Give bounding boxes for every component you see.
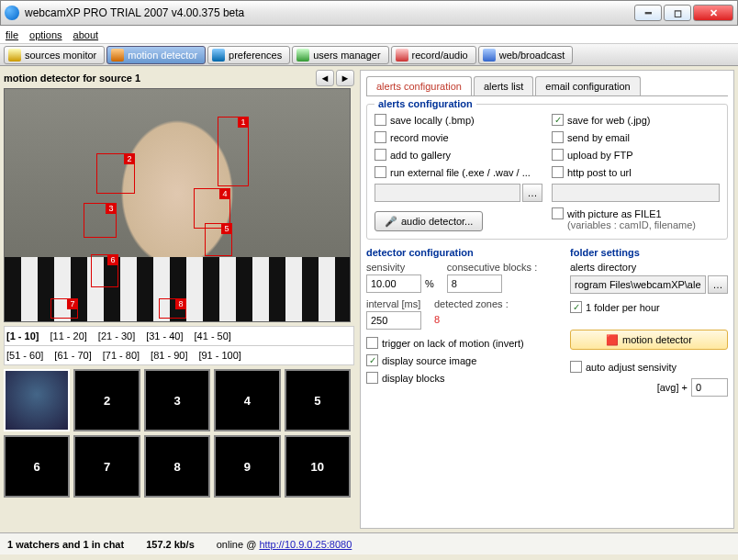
source-thumbnails: 2 3 4 5 6 7 8 9 10 bbox=[4, 369, 351, 498]
detection-rect-3: 3 bbox=[84, 203, 117, 238]
range-21-30[interactable]: [21 - 30] bbox=[98, 330, 135, 342]
chk-send-email[interactable] bbox=[552, 131, 564, 143]
chk-upload-ftp[interactable] bbox=[552, 149, 564, 161]
thumb-5[interactable]: 5 bbox=[285, 369, 351, 431]
chk-run-external[interactable] bbox=[375, 166, 386, 178]
bandwidth-status: 157.2 kb/s bbox=[146, 539, 195, 550]
range-1-10[interactable]: [1 - 10] bbox=[6, 330, 39, 342]
alerts-configuration-group: alerts configuration save locally (.bmp)… bbox=[366, 104, 728, 240]
alerts-directory-input[interactable] bbox=[570, 275, 706, 294]
source-range-row-1: [1 - 10] [11 - 20] [21 - 30] [31 - 40] [… bbox=[4, 326, 354, 346]
thumb-7[interactable]: 7 bbox=[73, 435, 140, 498]
menu-options[interactable]: options bbox=[29, 29, 62, 40]
tab-record-audio[interactable]: record/audio bbox=[391, 46, 476, 64]
tab-motion-detector[interactable]: motion detector bbox=[106, 46, 206, 64]
range-31-40[interactable]: [31 - 40] bbox=[146, 330, 183, 342]
chk-trigger-invert[interactable] bbox=[366, 337, 378, 349]
globe-icon bbox=[483, 49, 496, 62]
statusbar: 1 watchers and 1 in chat 157.2 kb/s onli… bbox=[0, 532, 738, 554]
chk-with-picture[interactable] bbox=[552, 207, 564, 219]
chk-save-locally[interactable] bbox=[375, 114, 386, 126]
video-preview[interactable]: 12345678 bbox=[4, 88, 351, 322]
browse-directory-button[interactable]: … bbox=[708, 275, 728, 294]
range-41-50[interactable]: [41 - 50] bbox=[195, 330, 231, 342]
tab-email-configuration[interactable]: email configuration bbox=[535, 76, 640, 95]
chk-http-post[interactable] bbox=[552, 166, 564, 178]
watchers-status: 1 watchers and 1 in chat bbox=[7, 539, 124, 550]
titlebar: webcamXP PRO TRIAL 2007 v4.00.375 beta ━… bbox=[0, 0, 738, 26]
monitor-icon bbox=[8, 49, 21, 62]
detection-rect-8: 8 bbox=[159, 298, 186, 319]
chk-folder-per-hour[interactable]: ✓ bbox=[570, 301, 582, 313]
next-source-button[interactable]: ► bbox=[336, 70, 354, 86]
motion-icon bbox=[111, 49, 124, 62]
maximize-button[interactable]: ◻ bbox=[664, 5, 691, 21]
external-file-input[interactable] bbox=[375, 184, 520, 202]
menubar: file options about bbox=[0, 26, 738, 44]
consecutive-blocks-input[interactable] bbox=[447, 274, 502, 293]
avg-offset-input[interactable] bbox=[691, 378, 728, 397]
chk-display-blocks[interactable] bbox=[366, 372, 378, 384]
config-tabs: alerts configuration alerts list email c… bbox=[366, 76, 728, 96]
toolbar: sources monitor motion detector preferen… bbox=[0, 44, 738, 66]
online-link[interactable]: http://10.9.0.25:8080 bbox=[259, 539, 352, 550]
chk-auto-adjust[interactable] bbox=[570, 361, 582, 373]
range-71-80[interactable]: [71 - 80] bbox=[103, 350, 140, 361]
online-label: online @ bbox=[217, 539, 260, 550]
alerts-group-title: alerts configuration bbox=[375, 98, 476, 109]
source-range-row-2: [51 - 60] [61 - 70] [71 - 80] [81 - 90] … bbox=[4, 346, 354, 365]
detector-config-title: detector configuration bbox=[366, 247, 561, 258]
mic-icon: 🎤 bbox=[385, 216, 397, 228]
record-icon bbox=[396, 49, 408, 62]
range-61-70[interactable]: [61 - 70] bbox=[54, 350, 91, 361]
thumb-10[interactable]: 10 bbox=[285, 435, 351, 498]
tab-sources-monitor[interactable]: sources monitor bbox=[4, 46, 105, 64]
range-11-20[interactable]: [11 - 20] bbox=[50, 330, 86, 342]
minimize-button[interactable]: ━ bbox=[634, 5, 662, 21]
prev-source-button[interactable]: ◄ bbox=[316, 70, 334, 86]
thumb-2[interactable]: 2 bbox=[73, 369, 140, 431]
app-icon bbox=[5, 6, 19, 20]
tab-alerts-list[interactable]: alerts list bbox=[474, 76, 533, 95]
motion-toggle-icon: 🟥 bbox=[606, 334, 619, 346]
audio-detector-button[interactable]: 🎤audio detector... bbox=[375, 211, 483, 231]
tab-preferences[interactable]: preferences bbox=[207, 46, 290, 64]
detection-rect-2: 2 bbox=[96, 153, 135, 194]
chk-record-movie[interactable] bbox=[375, 131, 386, 143]
detection-rect-6: 6 bbox=[91, 254, 118, 287]
chk-save-web[interactable]: ✓ bbox=[552, 114, 564, 126]
motion-detector-header: motion detector for source 1 ◄ ► bbox=[4, 70, 354, 86]
sensitivity-input[interactable] bbox=[366, 274, 421, 293]
gear-icon bbox=[212, 49, 225, 62]
motion-detector-title: motion detector for source 1 bbox=[4, 73, 314, 84]
thumb-1[interactable] bbox=[4, 369, 70, 431]
detection-rect-5: 5 bbox=[205, 223, 232, 256]
browse-external-button[interactable]: … bbox=[522, 184, 542, 202]
range-51-60[interactable]: [51 - 60] bbox=[6, 350, 43, 361]
thumb-4[interactable]: 4 bbox=[214, 369, 280, 431]
range-91-100[interactable]: [91 - 100] bbox=[198, 350, 240, 361]
folder-settings-title: folder settings bbox=[570, 247, 728, 258]
users-icon bbox=[296, 49, 309, 62]
chk-add-gallery[interactable] bbox=[375, 149, 386, 161]
menu-file[interactable]: file bbox=[6, 29, 18, 40]
alerts-directory-label: alerts directory bbox=[570, 262, 636, 273]
http-url-input[interactable] bbox=[552, 184, 720, 202]
window-title: webcamXP PRO TRIAL 2007 v4.00.375 beta bbox=[25, 6, 634, 19]
tab-alerts-configuration[interactable]: alerts configuration bbox=[366, 76, 472, 95]
close-button[interactable]: ✕ bbox=[693, 5, 733, 21]
thumb-9[interactable]: 9 bbox=[214, 435, 280, 498]
tab-users-manager[interactable]: users manager bbox=[292, 46, 388, 64]
with-picture-hint: (variables : camID, filename) bbox=[567, 219, 720, 230]
menu-about[interactable]: about bbox=[73, 29, 99, 40]
chk-display-source[interactable]: ✓ bbox=[366, 354, 378, 366]
interval-input[interactable] bbox=[366, 311, 421, 330]
tab-web-broadcast[interactable]: web/broadcast bbox=[478, 46, 574, 64]
motion-detector-button[interactable]: 🟥motion detector bbox=[570, 330, 728, 350]
thumb-8[interactable]: 8 bbox=[144, 435, 210, 498]
detected-zones-value: 8 bbox=[434, 314, 509, 325]
detection-rect-7: 7 bbox=[50, 298, 78, 319]
thumb-3[interactable]: 3 bbox=[144, 369, 210, 431]
thumb-6[interactable]: 6 bbox=[4, 435, 70, 498]
range-81-90[interactable]: [81 - 90] bbox=[151, 350, 187, 361]
